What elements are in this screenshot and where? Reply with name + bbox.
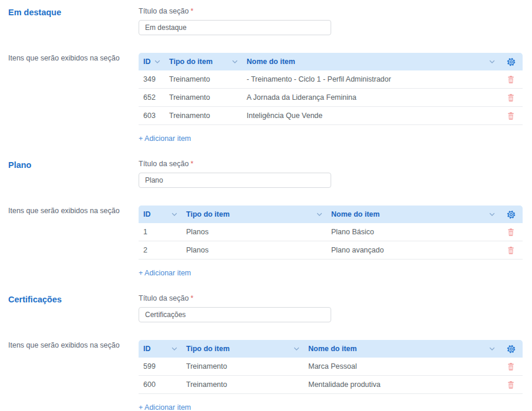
required-asterisk: *	[190, 7, 193, 15]
cell-id: 603	[139, 112, 164, 120]
trash-icon[interactable]	[507, 246, 515, 255]
items-table: ID Tipo do item Nome do item	[139, 206, 523, 260]
cell-tipo: Planos	[181, 228, 326, 236]
cell-tipo: Treinamento	[181, 362, 304, 370]
column-header-id: ID	[139, 210, 181, 218]
field-label-text: Título da seção	[139, 294, 188, 302]
cell-id: 600	[139, 380, 181, 389]
section-heading: Em destaque	[8, 7, 139, 17]
chevron-down-icon[interactable]	[489, 211, 496, 218]
table-row: 599 Treinamento Marca Pessoal	[139, 358, 523, 376]
chevron-down-icon[interactable]	[316, 211, 323, 218]
chevron-down-icon[interactable]	[489, 345, 496, 352]
chevron-down-icon[interactable]	[231, 58, 238, 65]
items-block: ID Tipo do item Nome do item	[139, 340, 523, 411]
column-label-id: ID	[143, 210, 151, 218]
cell-actions	[499, 112, 523, 120]
trash-icon[interactable]	[507, 93, 515, 102]
column-label-nome: Nome do item	[331, 210, 380, 218]
section-heading: Certificações	[8, 294, 139, 304]
field-label-text: Título da seção	[139, 7, 188, 15]
cell-actions	[499, 93, 523, 102]
chevron-down-icon[interactable]	[154, 58, 161, 65]
section-title-input[interactable]	[139, 307, 331, 322]
column-settings	[499, 210, 523, 220]
cell-id: 652	[139, 93, 164, 102]
column-label-tipo: Tipo do item	[186, 210, 230, 218]
table-body: 599 Treinamento Marca Pessoal	[139, 358, 523, 394]
column-label-id: ID	[143, 345, 151, 353]
chevron-down-icon[interactable]	[293, 345, 300, 352]
trash-icon[interactable]	[507, 362, 515, 371]
cell-actions	[499, 380, 523, 389]
cell-nome: Plano avançado	[326, 246, 499, 254]
cell-nome: A Jornada da Liderança Feminina	[242, 93, 499, 102]
column-header-tipo: Tipo do item	[181, 345, 304, 353]
cell-tipo: Planos	[181, 246, 326, 254]
section-title-field: Título da seção*	[139, 294, 523, 322]
cell-nome: - Treinamento - Ciclo 1 - Perfil Adminis…	[242, 75, 499, 83]
add-item-link[interactable]: + Adicionar item	[139, 269, 191, 277]
cell-actions	[499, 75, 523, 84]
table-body: 349 Treinamento - Treinamento - Ciclo 1 …	[139, 70, 523, 125]
cell-tipo: Treinamento	[164, 112, 242, 120]
items-table: ID Tipo do item Nome do item	[139, 53, 523, 125]
trash-icon[interactable]	[507, 112, 515, 120]
cell-tipo: Treinamento	[181, 380, 304, 389]
table-row: 2 Planos Plano avançado	[139, 241, 523, 260]
section-plano: Plano Título da seção* Itens que serão e…	[8, 160, 523, 278]
trash-icon[interactable]	[507, 228, 515, 237]
section-title-input[interactable]	[139, 20, 331, 35]
column-settings	[499, 57, 523, 67]
page: Em destaque Título da seção* Itens que s…	[0, 0, 532, 411]
section-certificacoes: Certificações Título da seção* Itens que…	[8, 294, 523, 411]
section-heading: Plano	[8, 160, 139, 170]
field-label: Título da seção*	[139, 294, 523, 302]
table-header: ID Tipo do item Nome do item	[139, 340, 523, 358]
trash-icon[interactable]	[507, 75, 515, 84]
cell-id: 349	[139, 75, 164, 83]
cell-nome: Mentalidade produtiva	[304, 380, 499, 389]
table-row: 652 Treinamento A Jornada da Liderança F…	[139, 89, 523, 107]
chevron-down-icon[interactable]	[171, 345, 178, 352]
column-header-nome: Nome do item	[304, 345, 499, 353]
items-block: ID Tipo do item Nome do item	[139, 206, 523, 278]
add-item-link[interactable]: + Adicionar item	[139, 134, 191, 143]
column-label-id: ID	[143, 58, 151, 66]
column-header-nome: Nome do item	[326, 210, 499, 218]
table-body: 1 Planos Plano Básico	[139, 223, 523, 260]
required-asterisk: *	[190, 294, 193, 302]
items-table: ID Tipo do item Nome do item	[139, 340, 523, 394]
section-title-input[interactable]	[139, 173, 331, 188]
column-header-nome: Nome do item	[242, 58, 499, 66]
cell-id: 1	[139, 228, 181, 236]
cell-nome: Inteligência Que Vende	[242, 112, 499, 120]
column-label-tipo: Tipo do item	[169, 58, 213, 66]
cell-nome: Marca Pessoal	[304, 362, 499, 370]
table-header: ID Tipo do item Nome do item	[139, 206, 523, 223]
table-row: 349 Treinamento - Treinamento - Ciclo 1 …	[139, 70, 523, 89]
add-item-link[interactable]: + Adicionar item	[139, 403, 191, 411]
cell-nome: Plano Básico	[326, 228, 499, 236]
gear-icon[interactable]	[506, 57, 516, 67]
cell-actions	[499, 228, 523, 237]
cell-id: 2	[139, 246, 181, 254]
cell-actions	[499, 362, 523, 371]
chevron-down-icon[interactable]	[171, 211, 178, 218]
cell-tipo: Treinamento	[164, 75, 242, 83]
chevron-down-icon[interactable]	[489, 58, 496, 65]
column-header-tipo: Tipo do item	[164, 58, 242, 66]
gear-icon[interactable]	[506, 210, 516, 220]
gear-icon[interactable]	[506, 344, 516, 354]
section-title-field: Título da seção*	[139, 160, 523, 188]
column-header-id: ID	[139, 58, 164, 66]
required-asterisk: *	[190, 160, 193, 168]
field-label: Título da seção*	[139, 7, 523, 15]
field-label: Título da seção*	[139, 160, 523, 168]
field-label-text: Título da seção	[139, 160, 188, 168]
trash-icon[interactable]	[507, 380, 515, 389]
items-label: Itens que serão exibidos na seção	[8, 53, 139, 62]
cell-id: 599	[139, 362, 181, 370]
column-settings	[499, 344, 523, 354]
section-em-destaque: Em destaque Título da seção* Itens que s…	[8, 7, 523, 143]
